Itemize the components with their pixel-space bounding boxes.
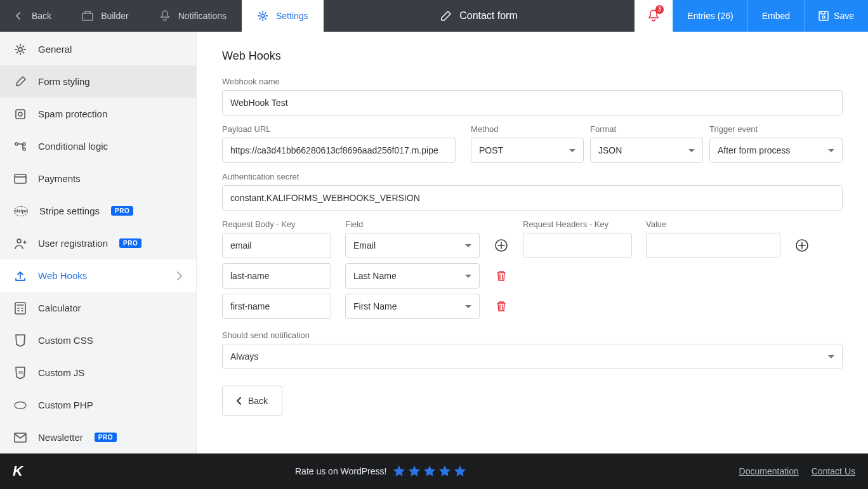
svg-point-9 (23, 148, 25, 150)
sidebar-item-label: Custom JS (38, 367, 84, 378)
header-key-input[interactable] (523, 233, 632, 258)
body-key-label: Request Body - Key (222, 219, 331, 229)
body-key-input[interactable] (222, 233, 331, 258)
tab-settings[interactable]: Settings (242, 0, 324, 32)
trigger-select[interactable]: After form process (709, 138, 843, 163)
save-icon (819, 11, 829, 21)
tab-label: Notifications (178, 11, 227, 21)
pro-badge: PRO (119, 238, 141, 248)
auth-input[interactable] (222, 185, 843, 211)
sidebar-item-js[interactable]: JS Custom JS (0, 356, 196, 389)
add-body-row-button[interactable] (494, 238, 509, 253)
sidebar-item-calculator[interactable]: Calculator (0, 292, 196, 324)
sidebar-item-form-styling[interactable]: Form styling (0, 65, 196, 98)
sidebar-item-label: Custom PHP (38, 400, 93, 410)
php-icon (14, 399, 27, 412)
top-bar: Back Builder Notifications Settings Cont… (0, 0, 868, 32)
payload-input[interactable] (222, 138, 456, 163)
field-select[interactable]: First Name (345, 294, 480, 319)
sidebar-item-label: Newsletter (38, 432, 83, 443)
method-label: Method (471, 124, 584, 134)
sidebar-item-label: Calculator (38, 303, 81, 313)
sidebar-item-webhooks[interactable]: Web Hooks (0, 259, 196, 292)
svg-point-8 (23, 143, 25, 145)
tab-notifications[interactable]: Notifications (144, 0, 242, 32)
webhook-name-label: Webhook name (222, 77, 843, 86)
sidebar-item-label: Payments (38, 173, 81, 184)
format-select[interactable]: JSON (590, 138, 703, 163)
value-label: Value (646, 219, 780, 229)
sidebar-item-label: Form styling (38, 76, 90, 87)
sidebar-item-label: Conditional logic (38, 141, 108, 152)
trigger-label: Trigger event (709, 124, 843, 134)
chevron-down-icon (465, 305, 471, 308)
sidebar-item-newsletter[interactable]: Newsletter PRO (0, 421, 196, 453)
back-label: Back (32, 11, 51, 21)
documentation-link[interactable]: Documentation (739, 466, 799, 476)
settings-sidebar: General Form styling Spam protection Con… (0, 32, 197, 453)
tab-builder[interactable]: Builder (67, 0, 144, 32)
method-select[interactable]: POST (471, 138, 584, 163)
sidebar-item-label: Spam protection (38, 108, 107, 119)
field-select[interactable]: Last Name (345, 263, 480, 289)
builder-icon (82, 10, 93, 22)
body-key-input[interactable] (222, 294, 331, 319)
page-title: Web Hooks (222, 49, 843, 63)
mail-icon (14, 431, 27, 444)
back-button-label: Back (248, 396, 268, 406)
format-label: Format (590, 124, 703, 134)
sidebar-item-conditional[interactable]: Conditional logic (0, 130, 196, 162)
svg-point-6 (18, 112, 22, 116)
edit-icon (440, 10, 452, 22)
form-title: Contact form (459, 10, 518, 22)
css-icon (14, 334, 27, 347)
star-rating[interactable] (393, 465, 466, 478)
brush-icon (14, 75, 27, 88)
sidebar-item-label: General (38, 44, 72, 55)
back-button[interactable]: Back (222, 386, 282, 416)
footer: K Rate us on WordPress! Documentation Co… (0, 453, 868, 489)
field-select[interactable]: Email (345, 233, 480, 258)
save-button[interactable]: Save (804, 0, 868, 32)
sidebar-item-general[interactable]: General (0, 33, 196, 65)
alert-button[interactable]: 3 (635, 0, 673, 32)
header-value-input[interactable] (646, 233, 780, 258)
add-header-row-button[interactable] (794, 238, 810, 253)
sidebar-item-stripe[interactable]: stripe Stripe settings PRO (0, 195, 196, 227)
sidebar-item-spam[interactable]: Spam protection (0, 98, 196, 130)
upload-icon (14, 270, 27, 282)
header-key-label: Request Headers - Key (523, 219, 632, 229)
gear-icon (257, 10, 268, 22)
tab-label: Settings (276, 11, 308, 21)
bell-icon (159, 10, 171, 22)
form-title-area[interactable]: Contact form (324, 0, 635, 32)
sidebar-item-label: User registration (38, 238, 108, 249)
sidebar-item-payments[interactable]: Payments (0, 162, 196, 195)
delete-row-button[interactable] (494, 299, 509, 314)
entries-button[interactable]: Entries (26) (673, 0, 747, 32)
webhook-name-input[interactable] (222, 90, 843, 115)
body-key-input[interactable] (222, 263, 331, 289)
embed-button[interactable]: Embed (747, 0, 804, 32)
svg-rect-0 (82, 13, 93, 20)
auth-label: Authentication secret (222, 172, 843, 181)
svg-point-14 (15, 401, 26, 408)
delete-row-button[interactable] (494, 268, 509, 284)
contact-link[interactable]: Contact Us (812, 466, 855, 476)
payload-label: Payload URL (222, 124, 456, 134)
sidebar-item-user-reg[interactable]: User registration PRO (0, 227, 196, 259)
sidebar-item-label: Stripe settings (39, 205, 100, 216)
svg-point-7 (15, 143, 18, 145)
notify-select[interactable]: Always (222, 344, 843, 369)
back-nav[interactable]: Back (0, 0, 67, 32)
logo: K (13, 463, 23, 479)
svg-rect-12 (15, 303, 25, 314)
sidebar-item-php[interactable]: Custom PHP (0, 389, 196, 421)
pro-badge: PRO (111, 206, 133, 216)
embed-label: Embed (762, 11, 790, 21)
chevron-down-icon (465, 244, 471, 247)
sidebar-item-css[interactable]: Custom CSS (0, 324, 196, 356)
chevron-down-icon (465, 275, 471, 278)
main-content: Web Hooks Webhook name Payload URL Metho… (197, 32, 868, 453)
save-label: Save (834, 11, 854, 21)
